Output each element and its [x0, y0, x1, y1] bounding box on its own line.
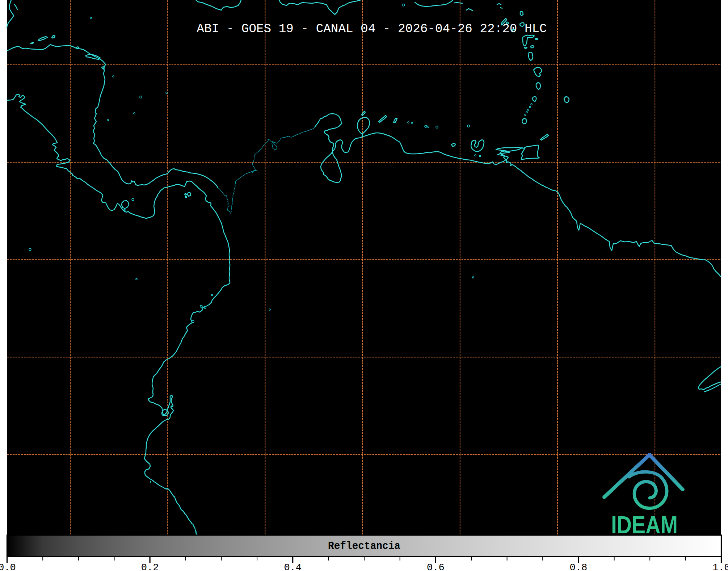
- svg-text:0.8: 0.8: [570, 562, 588, 571]
- svg-text:0.2: 0.2: [141, 562, 159, 571]
- svg-text:Reflectancia: Reflectancia: [328, 540, 400, 552]
- svg-text:0.6: 0.6: [427, 562, 445, 571]
- svg-text:IDEAM: IDEAM: [611, 511, 678, 538]
- svg-text:0.4: 0.4: [284, 562, 302, 571]
- svg-text:ABI - GOES 19 - CANAL 04 - 202: ABI - GOES 19 - CANAL 04 - 2026-04-26 22…: [197, 22, 547, 36]
- svg-text:1.0: 1.0: [712, 562, 728, 571]
- svg-text:0.0: 0.0: [0, 562, 16, 571]
